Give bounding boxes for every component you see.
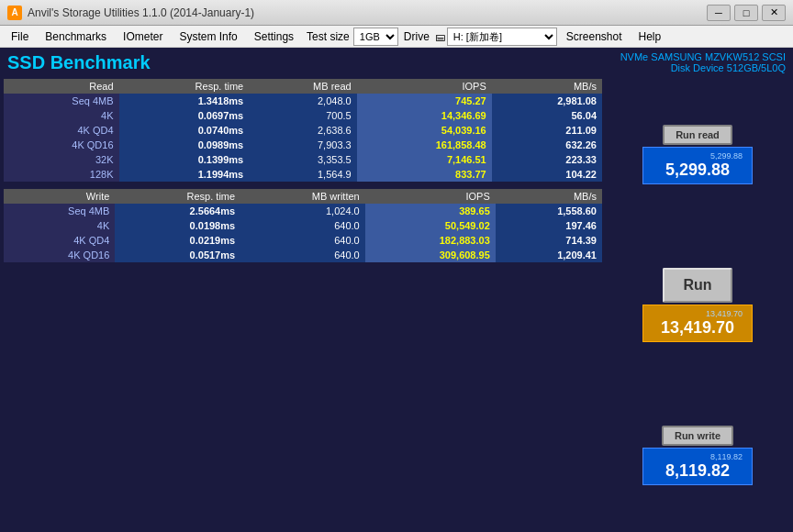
minimize-button[interactable]: ─ [707,5,731,21]
drive-icon: 🖴 [435,31,445,42]
write-score-box: 8,119.82 8,119.82 [642,448,753,485]
read-score-small: 5,299.88 [651,151,744,161]
read-table-row: 32K0.1399ms3,353.57,146.51223.33 [4,152,602,167]
read-score-box: 5,299.88 5,299.88 [642,147,753,184]
write-header-col4: MB/s [496,189,602,204]
write-header-col0: Write [4,189,115,204]
run-read-button[interactable]: Run read [663,125,732,145]
window-title: Anvil's Storage Utilities 1.1.0 (2014-Ja… [28,6,254,19]
write-table-row: 4K QD160.0517ms640.0309,608.951,209.41 [4,248,602,262]
run-write-button[interactable]: Run write [662,426,733,446]
run-score-small: 13,419.70 [651,309,744,318]
test-size-label: Test size [307,30,350,43]
read-table-row: 128K1.1994ms1,564.9833.77104.22 [4,167,602,182]
write-score-small: 8,119.82 [651,452,744,461]
screenshot-button[interactable]: Screenshot [559,28,630,45]
read-header-col1: Resp. time [119,79,250,94]
write-score-value: 8,119.82 [651,461,744,481]
menu-settings[interactable]: Settings [247,28,301,45]
test-size-select[interactable]: 1GB [353,28,398,46]
read-score-value: 5,299.88 [651,161,744,180]
run-score-value: 13,419.70 [651,318,744,338]
device-line2: Disk Device 512GB/5L0Q [671,62,786,73]
right-panel: Run read 5,299.88 5,299.88 Run 13,419.70… [606,79,789,530]
close-button[interactable]: ✕ [762,5,786,21]
read-header-col2: MB read [249,79,357,94]
read-table-row: Seq 4MB1.3418ms2,048.0745.272,981.08 [4,94,602,108]
main-content: SSD Benchmark NVMe SAMSUNG MZVKW512 SCSI… [0,48,793,532]
read-table-row: 4K QD40.0740ms2,638.654,039.16211.09 [4,123,602,138]
write-header-col3: IOPS [365,189,496,204]
write-header-col1: Resp. time [115,189,240,204]
menu-help[interactable]: Help [631,28,669,45]
run-main-button[interactable]: Run [663,268,732,303]
write-header-col2: MB written [240,189,365,204]
drive-select[interactable]: H: [新加卷] [447,28,557,46]
table-area: Read Resp. time MB read IOPS MB/s Seq 4M… [4,79,602,530]
menu-iometer[interactable]: IOmeter [116,28,170,45]
write-table-row: 4K QD40.0219ms640.0182,883.03714.39 [4,233,602,248]
window-controls: ─ □ ✕ [707,5,786,21]
read-header-col4: MB/s [492,79,602,94]
write-table-row: Seq 4MB2.5664ms1,024.0389.651,558.60 [4,204,602,218]
write-score-group: Run write 8,119.82 8,119.82 [642,426,753,485]
write-table-row: 4K0.0198ms640.050,549.02197.46 [4,218,602,233]
menu-system-info[interactable]: System Info [172,28,244,45]
ssd-title: SSD Benchmark [7,52,151,73]
read-score-group: Run read 5,299.88 5,299.88 [642,125,753,184]
read-table-row: 4K QD160.0989ms7,903.3161,858.48632.26 [4,138,602,152]
app-icon: A [7,6,22,20]
read-header-col0: Read [4,79,119,94]
read-table-row: 4K0.0697ms700.514,346.6956.04 [4,108,602,123]
menu-file[interactable]: File [4,28,36,45]
benchmark-area: Read Resp. time MB read IOPS MB/s Seq 4M… [0,77,793,532]
read-header-col3: IOPS [357,79,492,94]
read-table: Read Resp. time MB read IOPS MB/s Seq 4M… [4,79,602,182]
device-info: NVMe SAMSUNG MZVKW512 SCSI Disk Device 5… [620,51,786,73]
run-score-box: 13,419.70 13,419.70 [642,305,753,342]
menu-benchmarks[interactable]: Benchmarks [38,28,114,45]
run-score-group: Run 13,419.70 13,419.70 [642,268,753,342]
drive-label: Drive [404,30,430,43]
write-table: Write Resp. time MB written IOPS MB/s Se… [4,189,602,262]
maximize-button[interactable]: □ [734,5,758,21]
device-line1: NVMe SAMSUNG MZVKW512 SCSI [620,51,786,62]
test-size-group: Test size 1GB [307,28,398,46]
app-header: SSD Benchmark NVMe SAMSUNG MZVKW512 SCSI… [0,48,793,77]
menu-bar: File Benchmarks IOmeter System Info Sett… [0,26,793,48]
title-bar: A Anvil's Storage Utilities 1.1.0 (2014-… [0,0,793,26]
